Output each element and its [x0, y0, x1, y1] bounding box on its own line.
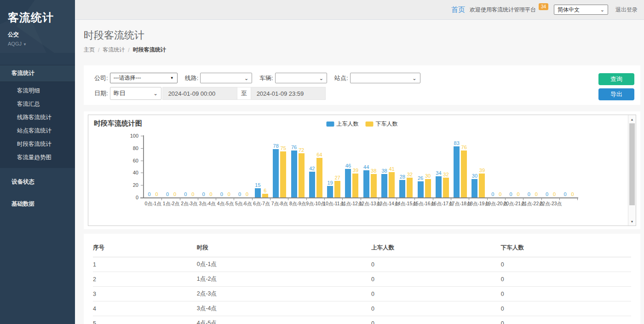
sidebar: 客流统计 公交 AQGJ▼ 客流统计 客流明细客流汇总线路客流统计站点客流统计时…: [0, 0, 75, 324]
language-select[interactable]: 简体中文 ⌄: [554, 5, 608, 15]
breadcrumb-separator: /: [128, 47, 129, 53]
x-axis-tick: [577, 198, 578, 200]
bar-alighting: 72: [299, 153, 305, 197]
chart-category: 1566点-7点: [253, 136, 270, 197]
sidebar-item[interactable]: 客流汇总: [0, 98, 75, 111]
caret-down-icon: ▼: [23, 42, 27, 46]
chart-scrollbar: ▲ ▼: [628, 115, 636, 226]
chart-category: 76728点-9点: [288, 136, 306, 197]
bar-value-label: 0: [553, 191, 556, 197]
breadcrumb-separator: /: [98, 47, 99, 53]
sidebar-item[interactable]: 客流明细: [0, 84, 75, 98]
bar-boarding: 46: [345, 169, 351, 197]
sidebar-item[interactable]: 时段客流统计: [0, 138, 75, 151]
table-cell: 0: [371, 272, 501, 287]
y-axis-tick-label: 80: [133, 145, 138, 151]
bar-value-label: 0: [209, 191, 212, 197]
x-axis-tick: [361, 198, 361, 200]
sidebar-item[interactable]: 站点客流统计: [0, 124, 75, 138]
x-axis-tick: [379, 198, 379, 200]
table-cell: 0: [501, 301, 631, 316]
bar-alighting: 30: [425, 179, 431, 197]
table-row: 21点-2点00: [93, 272, 631, 287]
bar-alighting: 32: [407, 178, 413, 197]
chart-category: 443812点-13点: [361, 136, 379, 197]
date-start-input[interactable]: 2024-01-09 00:00: [162, 87, 237, 100]
chart-category: 837617点-18点: [451, 136, 469, 197]
home-link[interactable]: 首页: [451, 6, 465, 14]
user-menu[interactable]: AQGJ▼: [8, 41, 75, 46]
legend-item[interactable]: 下车人数: [366, 120, 398, 128]
bar-value-label: 15: [255, 182, 260, 188]
bar-boarding: 44: [363, 170, 369, 197]
bar-value-label: 6: [264, 188, 266, 193]
welcome-text: 欢迎使用客流统计管理平台: [470, 6, 536, 14]
bar-value-label: 0: [491, 191, 494, 197]
sidebar-section-base-data[interactable]: 基础数据: [0, 196, 75, 212]
x-axis-label: 8点-9点: [289, 201, 306, 207]
company-select[interactable]: ---请选择--- ▼: [110, 73, 178, 83]
x-axis-tick: [198, 198, 198, 200]
bar-boarding: 38: [381, 174, 387, 197]
x-axis-tick: [433, 198, 433, 200]
x-axis-tick: [252, 198, 253, 200]
table-cell: 0点-1点: [197, 257, 371, 272]
station-select[interactable]: ⌄: [350, 73, 420, 83]
bar-value-label: 64: [316, 152, 322, 157]
bar-boarding: 26: [418, 181, 424, 197]
logout-link[interactable]: 退出登录: [615, 6, 638, 14]
language-value: 简体中文: [558, 6, 580, 14]
date-preset-select[interactable]: 昨日 ⌄: [110, 87, 161, 100]
export-button[interactable]: 导出: [598, 88, 634, 100]
chart-category: 192710点-11点: [325, 136, 343, 197]
scroll-up-icon[interactable]: ▲: [628, 116, 636, 123]
breadcrumb-link[interactable]: 主页: [84, 46, 95, 54]
bar-value-label: 0: [499, 191, 501, 197]
bar-value-label: 38: [371, 168, 376, 174]
main-content: 时段客流统计 主页/客流统计/时段客流统计 公司: ---请选择--- ▼ 线路…: [75, 20, 644, 324]
breadcrumb-link[interactable]: 客流统计: [103, 46, 125, 54]
sidebar-section-device-status[interactable]: 设备状态: [0, 174, 75, 190]
chart-category: 283214点-15点: [397, 136, 415, 197]
vehicle-select[interactable]: ⌄: [275, 73, 327, 83]
bar-boarding: 28: [399, 180, 405, 197]
bar-alighting: 76: [461, 150, 467, 197]
sidebar-item[interactable]: 客流量趋势图: [0, 151, 75, 164]
legend-item[interactable]: 上车人数: [327, 120, 359, 128]
legend-label: 上车人数: [337, 120, 359, 128]
chart-category: 001点-2点: [162, 136, 180, 197]
sidebar-item[interactable]: 线路客流统计: [0, 111, 75, 124]
table-cell: 1: [93, 257, 197, 272]
org-label: 公交: [8, 31, 75, 39]
bar-alighting: 32: [443, 178, 449, 197]
line-select[interactable]: ⌄: [200, 73, 252, 83]
bar-alighting: 39: [479, 174, 485, 197]
bar-alighting: 64: [316, 158, 322, 197]
x-axis-tick: [523, 198, 523, 200]
scroll-down-icon[interactable]: ▼: [628, 218, 636, 225]
bar-value-label: 0: [155, 191, 158, 197]
date-end-input[interactable]: 2024-01-09 23:59: [251, 87, 326, 100]
query-button[interactable]: 查询: [598, 73, 634, 85]
x-axis-tick: [161, 198, 162, 200]
chart-category: 0023点-24点: [560, 136, 578, 197]
notification-badge[interactable]: 34: [539, 3, 548, 10]
table-cell: 0: [371, 301, 501, 316]
table-cell: 3: [93, 287, 197, 301]
bar-value-label: 0: [184, 191, 187, 197]
bar-value-label: 0: [173, 191, 176, 197]
scrollbar-thumb[interactable]: [629, 123, 635, 205]
table-cell: 0: [501, 287, 631, 301]
x-axis-label: 4点-5点: [217, 201, 234, 207]
table-cell: 2点-3点: [197, 287, 371, 301]
table-cell: 0: [501, 272, 631, 287]
bar-value-label: 38: [381, 168, 387, 174]
company-label: 公司:: [94, 74, 108, 82]
app-logo: 客流统计: [8, 10, 75, 25]
bar-value-label: 28: [400, 174, 405, 179]
sidebar-section-passenger-stats[interactable]: 客流统计: [0, 65, 75, 82]
sidebar-submenu: 客流明细客流汇总线路客流统计站点客流统计时段客流统计客流量趋势图: [0, 82, 75, 168]
legend-label: 下车人数: [376, 120, 398, 128]
table-row: 32点-3点00: [93, 287, 631, 301]
legend-swatch: [366, 122, 374, 127]
